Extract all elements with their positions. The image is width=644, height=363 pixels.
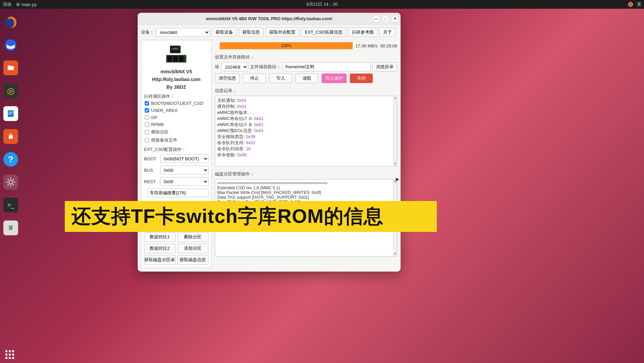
svg-point-19 [10, 227, 12, 229]
boot-label: BOOT [144, 156, 158, 161]
show-apps-icon[interactable] [5, 350, 14, 359]
notification-badge-icon[interactable] [628, 2, 633, 7]
flash-ref-button[interactable]: 闪存参考图 [348, 28, 377, 37]
store-path-input[interactable] [283, 63, 370, 71]
scroll-down-icon[interactable]: ▼ [393, 252, 397, 256]
minimize-button[interactable]: — [372, 15, 380, 23]
close-button[interactable]: 关闭 [350, 74, 373, 83]
thunderbird-icon[interactable] [3, 38, 18, 52]
ubuntu-dock: ◎ ? >_ [0, 9, 21, 363]
partition-ops-label: 磁盘分区管理操作： [215, 171, 397, 177]
svg-rect-2 [8, 66, 14, 70]
log-line: 命令队列深度: 16 [217, 146, 395, 152]
extcsd-cfg-label: EXT_CSD配置操作： [144, 147, 209, 153]
add-partition-button[interactable]: 添加分区 [177, 244, 209, 253]
get-partition-table-button[interactable]: 获取磁盘分区表 [144, 255, 176, 265]
rest-select[interactable]: 0x00 [160, 177, 209, 186]
input-language-indicator[interactable]: 英 [637, 1, 641, 7]
svg-rect-18 [9, 226, 13, 226]
chk-wipe-partition[interactable]: 擦除分区 [145, 129, 209, 135]
get-peripheral-button[interactable]: 获取外设配置 [266, 28, 299, 37]
log-line: Max Packet Write Cmd [MAX_PACKED_WRITES:… [217, 190, 395, 195]
compare2-button[interactable]: 数据对比2 [144, 244, 176, 253]
chk-user-area[interactable]: USER_AREA [145, 108, 209, 113]
block-size-select[interactable]: 1024KiB [221, 63, 248, 71]
svg-rect-5 [9, 112, 13, 112]
about-button[interactable]: 关于 [379, 28, 396, 37]
log-line: 安全移除类型: 0x39 [217, 134, 395, 140]
ext-csd-button[interactable]: EXT_CSD拓展信息 [301, 28, 346, 37]
write-button[interactable]: 写入 [269, 74, 292, 83]
get-info-button[interactable]: 获取信息 [239, 28, 264, 37]
chk-gp[interactable]: GP [145, 115, 209, 120]
timer-text: 00:29:08 [380, 43, 397, 48]
svg-rect-4 [8, 110, 14, 117]
store-path-label: 文件储存路径： [250, 64, 281, 70]
help-icon[interactable]: ? [3, 152, 18, 167]
scroll-down-icon[interactable]: ▼ [393, 162, 397, 166]
bus-label: BUS [144, 168, 158, 173]
activities-button[interactable]: 活动 [3, 1, 11, 7]
window-title: emmcblkNX V5 4Bit R/W TOOL PRO https://R… [206, 16, 332, 21]
clock[interactable]: 9月21日 14：20 [306, 1, 337, 7]
log-line: 缓存控制: 0x01 [217, 104, 395, 110]
log-line: 命令队列支持: 0x01 [217, 140, 395, 146]
progress-fill: 100% [220, 42, 353, 49]
firefox-icon[interactable] [3, 15, 18, 30]
libreoffice-writer-icon[interactable] [3, 106, 18, 121]
files-icon[interactable] [3, 61, 18, 75]
terminal-icon[interactable]: >_ [3, 198, 18, 212]
svg-rect-3 [8, 66, 10, 67]
get-device-button[interactable]: 获取设备 [212, 28, 237, 37]
clear-info-button[interactable]: 清空信息 [215, 74, 240, 83]
app-file-indicator[interactable]: ⚙ main.py [16, 2, 37, 7]
chk-verify-backup[interactable]: 校验备份文件 [145, 137, 209, 143]
browse-button[interactable]: 浏览目录 [372, 62, 397, 72]
speed-text: 17.06 MB/s [356, 43, 378, 48]
close-button[interactable]: ✕ [391, 15, 399, 23]
log-line: eMMC寿命估计 B: 0x01 [217, 122, 395, 128]
bus-select[interactable]: 0x00 [160, 166, 209, 174]
reg-offset-input[interactable] [147, 189, 209, 197]
chk-rpmb[interactable]: RPMB [145, 122, 209, 127]
info-log[interactable]: 关机通知: 0x01缓存控制: 0x01eMMC固件版本: . .eMMC寿命估… [215, 96, 397, 166]
delete-partition-button[interactable]: 删除分区 [177, 232, 209, 242]
brand-line1: mmcblkNX V5 [144, 68, 209, 75]
boot-select[interactable]: 0x00(NOT BOOT) [160, 154, 209, 163]
svg-rect-25 [173, 56, 178, 62]
stop-button[interactable]: 停止 [243, 74, 266, 83]
trash-icon[interactable] [3, 220, 18, 235]
log-line: eMMC固件版本: . . [217, 110, 395, 116]
log-line: eMMC预EOL信息: 0x01 [217, 128, 395, 134]
write-protect-button[interactable]: 写入保护 [322, 74, 347, 83]
chk-boot[interactable]: BOOT0/BOOT1/EXT_CSD [145, 101, 209, 106]
settings-icon[interactable] [3, 175, 18, 190]
brand-line3: By JBDZ [144, 84, 209, 91]
subtitle-overlay: 还支持TF卡switch字库ROM的信息 [65, 201, 437, 232]
svg-line-13 [7, 179, 9, 180]
progress-bar: 100% [220, 42, 353, 49]
svg-text:eMMC: eMMC [173, 48, 178, 50]
rest-label: REST [144, 179, 158, 184]
right-panel: 100% 17.06 MB/s 00:29:08 设置文件存放路径： 块 102… [215, 40, 397, 268]
software-center-icon[interactable] [3, 129, 18, 144]
log-line: 命令使能: 0x00 [217, 152, 395, 158]
scroll-up-icon[interactable]: ▲ [393, 96, 397, 100]
maximize-button[interactable]: □ [382, 15, 389, 23]
info-log-label: 信息记录： [215, 88, 397, 94]
rhythmbox-icon[interactable]: ◎ [3, 83, 18, 98]
get-disk-info-button[interactable]: 获取磁盘信息 [177, 255, 209, 265]
read-button[interactable]: 读取 [295, 74, 318, 83]
brand-line2: Http:Roly.taobao.com [144, 76, 209, 83]
svg-line-15 [12, 179, 14, 180]
svg-rect-24 [168, 56, 172, 62]
svg-line-16 [7, 184, 9, 185]
svg-rect-6 [9, 113, 13, 113]
device-select[interactable]: mmcblk0 [156, 28, 210, 37]
log-line: Extended CSD rev 1.8 (MMC 5.1) [217, 186, 395, 190]
left-panel: eMMC mmcblkNX V5 Http:Roly.taobao.com By… [141, 40, 212, 268]
svg-point-8 [9, 180, 13, 184]
window-titlebar: emmcblkNX V5 4Bit R/W TOOL PRO https://R… [138, 13, 401, 25]
svg-line-14 [12, 184, 14, 185]
compare1-button[interactable]: 数据对比1 [144, 232, 176, 242]
